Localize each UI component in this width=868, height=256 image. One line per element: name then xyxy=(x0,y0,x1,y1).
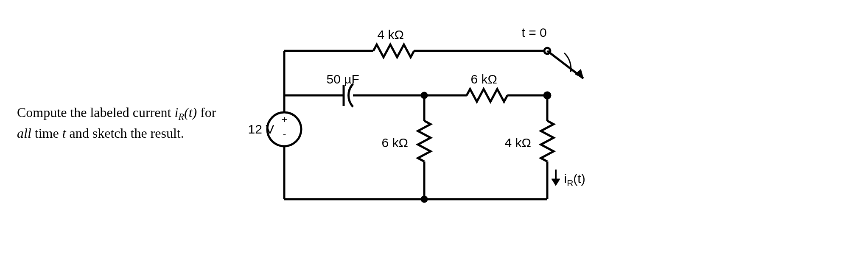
current-arg: (t) xyxy=(184,105,197,120)
r-top-label: 4 kΩ xyxy=(378,28,404,42)
all-italic: all xyxy=(17,125,31,141)
resistor-4k-lower xyxy=(541,121,554,161)
circuit-diagram: 12 V + - 4 kΩ t = 0 50 µF 6 kΩ 6 kΩ 4 kΩ… xyxy=(242,17,624,229)
r-6k-upper-label: 6 kΩ xyxy=(471,72,497,86)
switch-time-label: t = 0 xyxy=(522,25,547,40)
current-sub-circuit: R xyxy=(567,178,573,188)
current-sub: R xyxy=(178,112,184,122)
current-var: i xyxy=(174,105,178,120)
text-mid: for xyxy=(197,105,216,120)
switch-arrow-icon xyxy=(575,69,583,78)
resistor-4k-top xyxy=(373,45,414,57)
problem-statement: Compute the labeled current iR(t) for al… xyxy=(17,103,216,143)
text-suffix: time xyxy=(31,125,62,141)
source-value-label: 12 V xyxy=(248,122,274,136)
text-prefix: Compute the labeled current xyxy=(17,105,174,120)
capacitor-label: 50 µF xyxy=(327,72,359,86)
resistor-6k-lower xyxy=(418,121,431,161)
text-end: and sketch the result. xyxy=(66,125,184,141)
source-minus-label: - xyxy=(283,128,286,140)
time-var: t xyxy=(62,125,66,141)
circuit-svg xyxy=(242,17,624,229)
resistor-6k-upper xyxy=(467,89,507,102)
current-arg-circuit: (t) xyxy=(573,172,585,186)
capacitor-plate-right xyxy=(348,84,353,107)
current-arrow-head-icon xyxy=(552,179,560,186)
r-4k-lower-label: 4 kΩ xyxy=(505,136,531,150)
source-plus-label: + xyxy=(282,114,288,125)
r-6k-lower-label: 6 kΩ xyxy=(382,136,408,150)
